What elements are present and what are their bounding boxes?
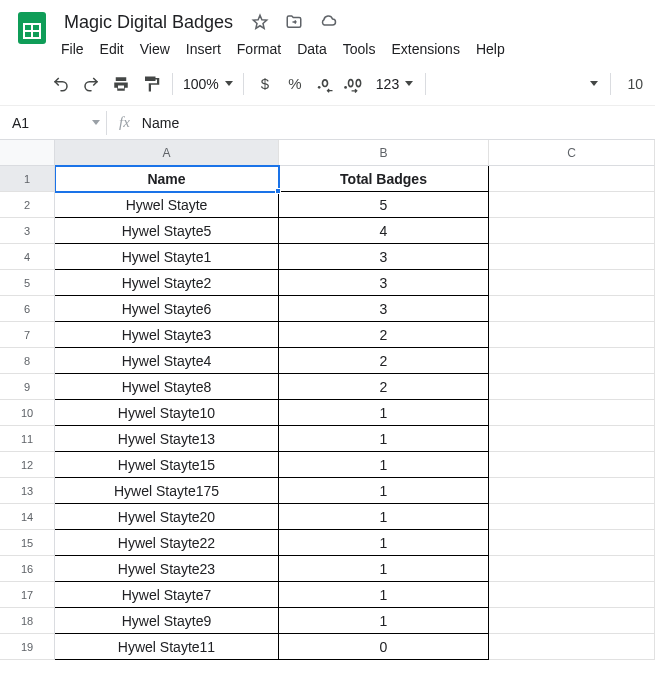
row-header[interactable]: 1: [0, 166, 55, 192]
cell-name[interactable]: Hywel Stayte5: [55, 218, 279, 244]
print-button[interactable]: [106, 69, 136, 99]
row-header[interactable]: 9: [0, 374, 55, 400]
cell-empty[interactable]: [489, 218, 655, 244]
selection-handle[interactable]: [275, 188, 281, 194]
cell-total[interactable]: 1: [279, 504, 489, 530]
number-format-dropdown[interactable]: 123: [370, 76, 419, 92]
cell-empty[interactable]: [489, 634, 655, 660]
row-header[interactable]: 15: [0, 530, 55, 556]
cell-empty[interactable]: [489, 296, 655, 322]
formula-value[interactable]: Name: [142, 115, 179, 131]
move-folder-icon[interactable]: [281, 9, 307, 35]
cell-empty[interactable]: [489, 426, 655, 452]
redo-button[interactable]: [76, 69, 106, 99]
select-all-corner[interactable]: [0, 140, 55, 166]
cell-name[interactable]: Hywel Stayte175: [55, 478, 279, 504]
currency-button[interactable]: $: [250, 69, 280, 99]
cell-total[interactable]: 1: [279, 478, 489, 504]
cell-total[interactable]: 3: [279, 296, 489, 322]
row-header[interactable]: 11: [0, 426, 55, 452]
cell-total[interactable]: 1: [279, 452, 489, 478]
name-box[interactable]: A1: [0, 115, 106, 131]
menu-view[interactable]: View: [133, 39, 177, 59]
menu-tools[interactable]: Tools: [336, 39, 383, 59]
cell-empty[interactable]: [489, 478, 655, 504]
row-header[interactable]: 13: [0, 478, 55, 504]
percent-button[interactable]: %: [280, 69, 310, 99]
cell-total[interactable]: 1: [279, 556, 489, 582]
cell-name[interactable]: Hywel Stayte9: [55, 608, 279, 634]
paint-format-button[interactable]: [136, 69, 166, 99]
decrease-decimal-button[interactable]: [310, 69, 340, 99]
font-size-value[interactable]: 10: [627, 76, 643, 92]
cell-total[interactable]: 2: [279, 322, 489, 348]
column-header-b[interactable]: B: [279, 140, 489, 166]
cell-name[interactable]: Hywel Stayte23: [55, 556, 279, 582]
cell-total[interactable]: 1: [279, 530, 489, 556]
cell-empty[interactable]: [489, 374, 655, 400]
row-header[interactable]: 8: [0, 348, 55, 374]
cell-total[interactable]: 5: [279, 192, 489, 218]
cell-name[interactable]: Hywel Stayte2: [55, 270, 279, 296]
cell-empty[interactable]: [489, 504, 655, 530]
cell-name[interactable]: Hywel Stayte1: [55, 244, 279, 270]
cell-empty[interactable]: [489, 192, 655, 218]
cell-empty[interactable]: [489, 322, 655, 348]
cell-empty[interactable]: [489, 608, 655, 634]
cloud-status-icon[interactable]: [315, 9, 341, 35]
header-cell-total[interactable]: Total Badges: [279, 166, 489, 192]
row-header[interactable]: 7: [0, 322, 55, 348]
menu-extensions[interactable]: Extensions: [384, 39, 466, 59]
cell-total[interactable]: 0: [279, 634, 489, 660]
cell-empty[interactable]: [489, 582, 655, 608]
row-header[interactable]: 12: [0, 452, 55, 478]
cell-empty[interactable]: [489, 556, 655, 582]
cell-name[interactable]: Hywel Stayte22: [55, 530, 279, 556]
increase-decimal-button[interactable]: [340, 69, 370, 99]
cell-name[interactable]: Hywel Stayte6: [55, 296, 279, 322]
sheets-logo[interactable]: [12, 8, 52, 48]
menu-edit[interactable]: Edit: [93, 39, 131, 59]
menu-file[interactable]: File: [54, 39, 91, 59]
cell-total[interactable]: 1: [279, 426, 489, 452]
star-icon[interactable]: [247, 9, 273, 35]
cell-name[interactable]: Hywel Stayte20: [55, 504, 279, 530]
row-header[interactable]: 3: [0, 218, 55, 244]
row-header[interactable]: 16: [0, 556, 55, 582]
cell-name[interactable]: Hywel Stayte4: [55, 348, 279, 374]
cell-total[interactable]: 1: [279, 608, 489, 634]
undo-button[interactable]: [46, 69, 76, 99]
cell-name[interactable]: Hywel Stayte10: [55, 400, 279, 426]
cell-name[interactable]: Hywel Stayte13: [55, 426, 279, 452]
row-header[interactable]: 14: [0, 504, 55, 530]
menu-format[interactable]: Format: [230, 39, 288, 59]
cell-total[interactable]: 3: [279, 244, 489, 270]
cell-name[interactable]: Hywel Stayte8: [55, 374, 279, 400]
menu-help[interactable]: Help: [469, 39, 512, 59]
row-header[interactable]: 17: [0, 582, 55, 608]
header-cell-name[interactable]: Name: [55, 166, 279, 192]
cell-total[interactable]: 2: [279, 348, 489, 374]
row-header[interactable]: 2: [0, 192, 55, 218]
cell-name[interactable]: Hywel Stayte15: [55, 452, 279, 478]
cell-empty[interactable]: [489, 400, 655, 426]
cell-empty[interactable]: [489, 530, 655, 556]
row-header[interactable]: 19: [0, 634, 55, 660]
zoom-dropdown[interactable]: 100%: [179, 76, 237, 92]
cell-name[interactable]: Hywel Stayte11: [55, 634, 279, 660]
cell-name[interactable]: Hywel Stayte7: [55, 582, 279, 608]
cell-total[interactable]: 1: [279, 582, 489, 608]
menu-data[interactable]: Data: [290, 39, 334, 59]
column-header-c[interactable]: C: [489, 140, 655, 166]
caret-down-icon[interactable]: [590, 81, 598, 86]
row-header[interactable]: 6: [0, 296, 55, 322]
cell-total[interactable]: 3: [279, 270, 489, 296]
cell-name[interactable]: Hywel Stayte3: [55, 322, 279, 348]
cell-total[interactable]: 1: [279, 400, 489, 426]
row-header[interactable]: 18: [0, 608, 55, 634]
cell-empty[interactable]: [489, 348, 655, 374]
menu-insert[interactable]: Insert: [179, 39, 228, 59]
row-header[interactable]: 10: [0, 400, 55, 426]
document-title[interactable]: Magic Digital Badges: [58, 10, 239, 35]
cell-empty[interactable]: [489, 270, 655, 296]
